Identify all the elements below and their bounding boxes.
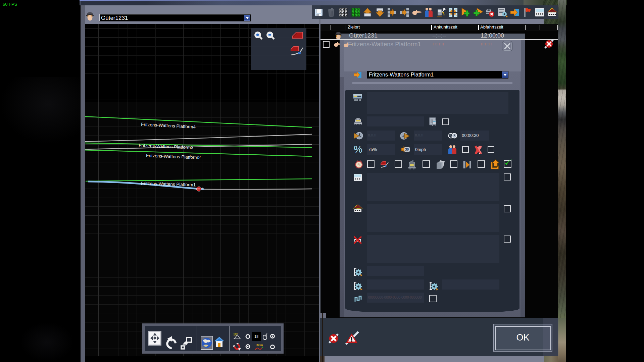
svg-text:TS14: TS14 [255,343,263,347]
svg-text:30: 30 [405,148,409,151]
